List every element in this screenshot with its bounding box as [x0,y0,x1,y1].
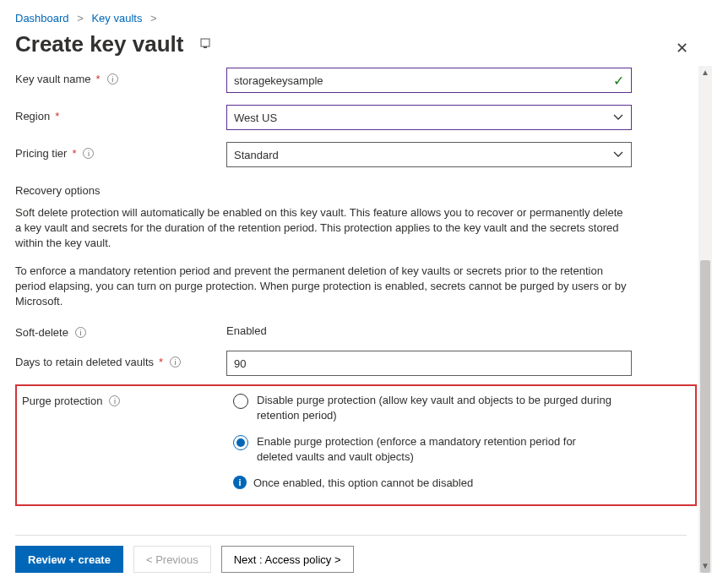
pricing-tier-select[interactable]: Standard [226,142,632,167]
retention-days-label: Days to retain deleted vaults [15,356,154,368]
info-icon[interactable]: i [83,148,94,159]
info-solid-icon: i [233,476,247,489]
required-icon: * [55,110,59,122]
required-icon: * [159,356,163,368]
retention-days-value: 90 [234,357,246,370]
keyvault-name-input[interactable]: storagekeysample ✓ [226,68,632,93]
info-icon[interactable]: i [170,357,181,368]
required-icon: * [72,147,76,160]
svg-rect-1 [204,46,207,48]
purge-protection-highlight: Purge protection i Disable purge protect… [15,384,697,506]
scroll-up-icon[interactable]: ▲ [698,66,712,79]
scroll-down-icon[interactable]: ▼ [698,559,712,573]
pricing-tier-value: Standard [234,149,279,161]
purge-protection-label: Purge protection [22,395,102,407]
purge-disable-text: Disable purge protection (allow key vaul… [257,393,611,422]
recovery-para-2: To enforce a mandatory retention period … [15,264,632,310]
region-select[interactable]: West US [226,105,632,130]
required-icon: * [96,73,101,85]
recovery-para-1: Soft delete protection will automaticall… [15,205,632,252]
info-icon[interactable]: i [75,327,86,338]
purge-note: Once enabled, this option cannot be disa… [253,476,473,489]
scrollbar-thumb[interactable] [700,260,710,573]
retention-days-input[interactable]: 90 [226,351,632,376]
chevron-down-icon [612,149,624,161]
pricing-tier-label: Pricing tier [15,147,67,160]
purge-disable-radio[interactable] [233,394,248,409]
breadcrumb: Dashboard > Key vaults > [0,0,712,30]
purge-enable-radio[interactable] [233,435,248,450]
info-icon[interactable]: i [109,395,120,406]
scrollbar[interactable]: ▲ ▼ [698,66,712,573]
soft-delete-label: Soft-delete [15,326,68,339]
breadcrumb-keyvaults[interactable]: Key vaults [91,12,142,24]
region-label: Region [15,110,50,122]
recovery-options-heading: Recovery options [15,184,697,197]
review-create-button[interactable]: Review + create [15,546,123,573]
next-button[interactable]: Next : Access policy > [221,546,354,573]
keyvault-name-label: Key vault name [15,73,91,85]
previous-button: < Previous [133,546,211,573]
info-icon[interactable]: i [107,74,118,84]
check-icon: ✓ [613,73,624,89]
purge-enable-text: Enable purge protection (enforce a manda… [257,434,611,464]
chevron-right-icon: > [150,12,157,24]
breadcrumb-dashboard[interactable]: Dashboard [15,12,69,24]
close-icon[interactable]: ✕ [676,39,688,57]
page-title: Create key vault [15,31,183,57]
keyvault-name-value: storagekeysample [234,74,323,87]
region-value: West US [234,112,277,124]
chevron-down-icon [612,112,624,123]
soft-delete-value: Enabled [226,321,632,337]
chevron-right-icon: > [77,12,84,24]
svg-rect-0 [201,39,209,46]
pin-icon[interactable] [198,36,212,52]
